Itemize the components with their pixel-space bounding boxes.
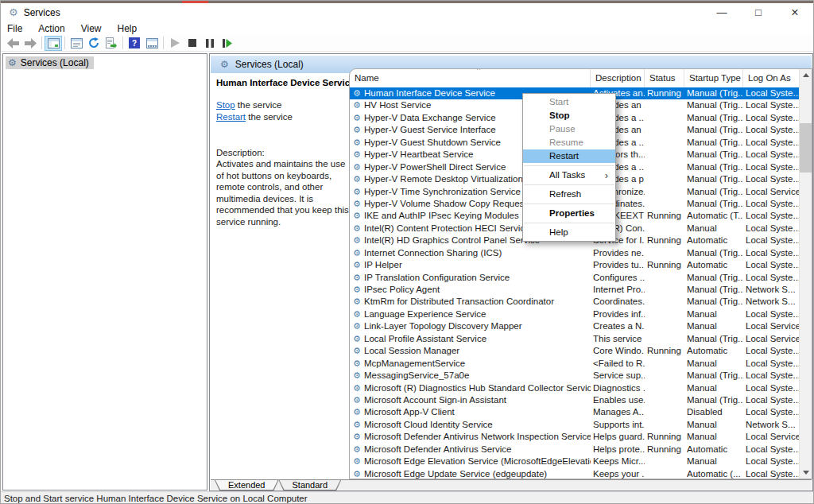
service-startup-type: Manual (Trig... xyxy=(687,186,743,198)
service-startup-type: Manual (Trig... xyxy=(687,333,743,345)
service-name-cell: ⚙Microsoft App-V Client xyxy=(350,406,591,418)
service-status xyxy=(647,370,684,382)
service-name-cell: ⚙IPsec Policy Agent xyxy=(350,284,591,296)
service-status xyxy=(647,99,684,111)
tree-item-services-local[interactable]: ⚙ Services (Local) xyxy=(6,56,94,69)
service-name: Internet Connection Sharing (ICS) xyxy=(364,248,502,258)
service-row[interactable]: ⚙Microsoft (R) Diagnostics Hub Standard … xyxy=(350,382,801,394)
context-menu-item-restart[interactable]: Restart xyxy=(523,149,615,163)
service-name-cell: ⚙Link-Layer Topology Discovery Mapper xyxy=(350,320,591,332)
pause-service-button[interactable] xyxy=(201,36,219,51)
service-row[interactable]: ⚙Microsoft Cloud Identity Service Suppor… xyxy=(350,419,801,431)
service-gear-icon: ⚙ xyxy=(353,345,361,357)
column-header-startup-type[interactable]: Startup Type xyxy=(684,69,743,87)
pause-service-icon xyxy=(206,39,214,48)
service-logon-as: Local Syste... xyxy=(746,124,801,136)
service-name: Microsoft (R) Diagnostics Hub Standard C… xyxy=(364,383,591,393)
properties-icon xyxy=(71,38,83,48)
scroll-down-button[interactable] xyxy=(800,467,812,479)
menu-help[interactable]: Help xyxy=(110,22,145,35)
service-row[interactable]: ⚙IPsec Policy Agent Internet Pro... Manu… xyxy=(350,284,801,296)
service-description: Internet Pro... xyxy=(593,284,645,296)
service-logon-as: Local Syste... xyxy=(746,198,801,210)
menu-view[interactable]: View xyxy=(73,22,110,35)
service-status xyxy=(647,406,684,418)
column-header-name[interactable]: Name xyxy=(350,69,591,87)
context-menu-item-all-tasks[interactable]: All Tasks› xyxy=(523,169,615,182)
service-row[interactable]: ⚙Microsoft Defender Antivirus Service He… xyxy=(350,444,801,456)
service-row[interactable]: ⚙McpManagementService <Failed to R... Ma… xyxy=(350,358,801,370)
service-row[interactable]: ⚙KtmRm for Distributed Transaction Coord… xyxy=(350,296,801,308)
service-row[interactable]: ⚙Internet Connection Sharing (ICS) Provi… xyxy=(350,247,801,259)
context-menu-item-stop[interactable]: Stop xyxy=(523,109,615,122)
service-status xyxy=(647,320,684,332)
minimize-button[interactable]: — xyxy=(704,3,740,21)
service-row[interactable]: ⚙Local Profile Assistant Service This se… xyxy=(350,333,801,345)
service-row[interactable]: ⚙Link-Layer Topology Discovery Mapper Cr… xyxy=(350,320,801,332)
service-name: Microsoft Edge Elevation Service (Micros… xyxy=(364,456,591,466)
service-name: Hyper-V PowerShell Direct Service xyxy=(364,162,506,172)
service-status: Running xyxy=(647,444,684,456)
menu-file[interactable]: File xyxy=(1,22,30,35)
back-button[interactable] xyxy=(4,36,21,51)
pane-header-label: Services (Local) xyxy=(235,59,304,70)
service-row[interactable]: ⚙Microsoft App-V Client Manages A... Dis… xyxy=(350,406,801,418)
service-row[interactable]: ⚙MessagingService_57a0e Service sup... M… xyxy=(350,370,801,382)
show-console-tree-button[interactable] xyxy=(45,36,62,51)
service-row[interactable]: ⚙Microsoft Account Sign-in Assistant Ena… xyxy=(350,394,801,406)
close-button[interactable]: × xyxy=(777,3,813,21)
context-menu-item-pause: Pause xyxy=(523,122,615,136)
service-row[interactable]: ⚙Microsoft Defender Antivirus Network In… xyxy=(350,431,801,443)
service-startup-type: Manual (Trig... xyxy=(687,87,743,99)
service-name: Human Interface Device Service xyxy=(364,88,495,98)
restart-service-link[interactable]: Restart xyxy=(216,112,246,122)
scroll-up-button[interactable] xyxy=(800,69,812,81)
restart-service-button[interactable] xyxy=(219,36,236,51)
service-logon-as: Local Syste... xyxy=(746,394,801,406)
service-name: IPsec Policy Agent xyxy=(364,285,440,294)
help-button[interactable]: ? xyxy=(126,36,143,51)
service-name: Intel(R) Content Protection HECI Service xyxy=(364,223,529,233)
properties-button[interactable] xyxy=(68,36,85,51)
tab-standard[interactable]: Standard xyxy=(278,480,341,490)
export-list-button[interactable] xyxy=(103,36,120,51)
service-row[interactable]: ⚙Microsoft Edge Update Service (edgeupda… xyxy=(350,468,801,479)
forward-button[interactable] xyxy=(21,36,39,51)
menu-item-label: Help xyxy=(549,227,568,237)
context-menu-item-help[interactable]: Help xyxy=(523,226,615,239)
extended-standard-view-button[interactable] xyxy=(143,36,161,51)
vertical-scrollbar[interactable] xyxy=(799,69,812,479)
stop-service-button[interactable] xyxy=(184,36,201,51)
service-status xyxy=(647,112,684,124)
service-row[interactable]: ⚙IP Translation Configuration Service Co… xyxy=(350,272,801,284)
stop-service-link[interactable]: Stop xyxy=(216,100,235,110)
scrollbar-thumb[interactable] xyxy=(800,123,812,173)
tab-extended[interactable]: Extended xyxy=(215,480,278,490)
service-name: Local Profile Assistant Service xyxy=(364,334,486,343)
maximize-button[interactable]: □ xyxy=(740,3,777,21)
menu-separator xyxy=(524,223,614,223)
column-header-description[interactable]: Description xyxy=(591,69,645,87)
service-logon-as: Local Syste... xyxy=(746,370,801,382)
extended-description-pane: Human Interface Device Service Stop the … xyxy=(216,78,348,228)
service-name: Hyper-V Volume Shadow Copy Requestor xyxy=(364,199,535,208)
service-row[interactable]: ⚙Microsoft Edge Elevation Service (Micro… xyxy=(350,456,801,467)
service-row[interactable]: ⚙IP Helper Provides tu... Running Automa… xyxy=(350,259,801,271)
service-row[interactable]: ⚙Language Experience Service Provides in… xyxy=(350,308,801,320)
context-menu-item-refresh[interactable]: Refresh xyxy=(523,188,615,201)
menu-action[interactable]: Action xyxy=(30,22,72,35)
service-description: Keeps your ... xyxy=(593,468,645,479)
service-status xyxy=(647,137,684,149)
column-header-log-on-as[interactable]: Log On As xyxy=(743,69,801,87)
service-logon-as: Local Syste... xyxy=(746,456,801,467)
service-gear-icon: ⚙ xyxy=(353,406,361,418)
service-status: Running xyxy=(647,259,684,271)
service-startup-type: Manual xyxy=(687,431,743,443)
service-status xyxy=(647,124,684,136)
service-row[interactable]: ⚙Local Session Manager Core Windo... Run… xyxy=(350,345,801,357)
service-name-cell: ⚙Microsoft Defender Antivirus Service xyxy=(350,444,591,456)
refresh-button[interactable] xyxy=(85,36,103,51)
context-menu-item-properties[interactable]: Properties xyxy=(523,207,615,220)
column-header-status[interactable]: Status xyxy=(645,69,684,87)
service-name: Hyper-V Guest Shutdown Service xyxy=(364,138,501,147)
